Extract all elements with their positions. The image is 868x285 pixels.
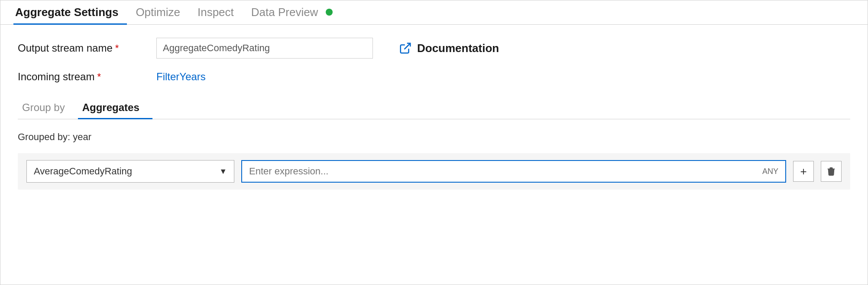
trash-icon bbox=[826, 167, 836, 176]
sub-tab-bar: Group by Aggregates bbox=[18, 95, 850, 119]
aggregate-dropdown[interactable]: AverageComedyRating ▼ bbox=[26, 160, 234, 183]
main-container: Aggregate Settings Optimize Inspect Data… bbox=[0, 0, 868, 285]
content-area: Output stream name * Documentation Incom… bbox=[0, 25, 868, 285]
incoming-stream-row: Incoming stream * FilterYears bbox=[18, 71, 850, 83]
output-stream-required-star: * bbox=[115, 43, 119, 54]
documentation-link[interactable]: Documentation bbox=[399, 42, 499, 55]
output-stream-row: Output stream name * Documentation bbox=[18, 38, 850, 59]
incoming-stream-label: Incoming stream * bbox=[18, 71, 156, 83]
expression-input-wrapper: ANY bbox=[241, 160, 786, 183]
output-stream-label: Output stream name * bbox=[18, 42, 156, 54]
tab-optimize[interactable]: Optimize bbox=[127, 6, 189, 24]
grouped-by-section: Grouped by: year AverageComedyRating ▼ A… bbox=[18, 119, 850, 198]
delete-aggregate-button[interactable] bbox=[821, 161, 842, 182]
svg-line-0 bbox=[405, 43, 411, 49]
output-stream-input[interactable] bbox=[156, 38, 373, 59]
any-badge: ANY bbox=[762, 167, 778, 176]
aggregate-row: AverageComedyRating ▼ ANY + bbox=[18, 153, 850, 190]
tab-bar: Aggregate Settings Optimize Inspect Data… bbox=[0, 0, 868, 25]
tab-aggregate-settings[interactable]: Aggregate Settings bbox=[13, 6, 127, 24]
incoming-stream-required-star: * bbox=[97, 71, 101, 82]
dropdown-arrow-icon: ▼ bbox=[219, 167, 227, 176]
sub-tab-aggregates[interactable]: Aggregates bbox=[78, 102, 152, 119]
add-aggregate-button[interactable]: + bbox=[793, 161, 814, 182]
documentation-label: Documentation bbox=[417, 42, 499, 55]
data-preview-dot bbox=[326, 9, 333, 16]
external-link-icon bbox=[399, 42, 412, 55]
aggregate-dropdown-value: AverageComedyRating bbox=[34, 166, 132, 177]
grouped-by-label: Grouped by: year bbox=[18, 131, 850, 143]
incoming-stream-link[interactable]: FilterYears bbox=[156, 71, 206, 83]
sub-tab-group-by[interactable]: Group by bbox=[18, 102, 78, 119]
tab-data-preview[interactable]: Data Preview bbox=[243, 6, 341, 24]
expression-input[interactable] bbox=[249, 166, 759, 177]
tab-inspect[interactable]: Inspect bbox=[189, 6, 243, 24]
